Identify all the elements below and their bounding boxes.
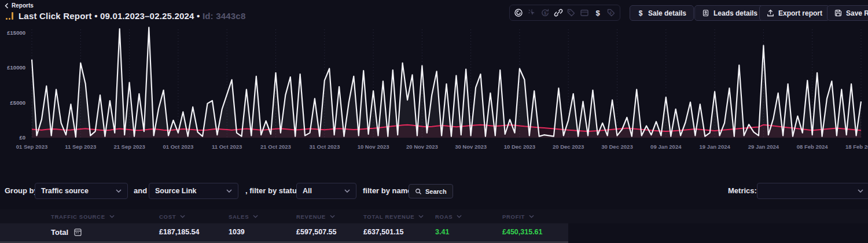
tag-icon[interactable] (565, 7, 577, 19)
svg-text:09 Jan 2024: 09 Jan 2024 (650, 143, 682, 150)
button-label: Export report (778, 9, 822, 17)
export-icon (767, 9, 774, 17)
link-icon[interactable] (553, 7, 564, 19)
svg-text:£5000: £5000 (10, 100, 25, 106)
table-row-total: Total £187,185.54 1039 £597,507.55 £637,… (0, 223, 568, 241)
chevron-down-icon (344, 189, 350, 193)
svg-text:10 Dec 2023: 10 Dec 2023 (504, 143, 535, 150)
sort-icon (457, 215, 462, 218)
svg-text:$: $ (595, 9, 600, 17)
sort-icon (529, 215, 534, 218)
metrics-select[interactable] (757, 183, 868, 199)
sort-icon (180, 215, 185, 218)
svg-text:£15000: £15000 (7, 30, 25, 36)
svg-text:20 Nov 2023: 20 Nov 2023 (406, 143, 438, 150)
search-label: Search (425, 188, 447, 195)
svg-text:11 Oct 2023: 11 Oct 2023 (212, 143, 242, 150)
click-icon[interactable] (526, 7, 538, 19)
svg-text:01 Sep 2023: 01 Sep 2023 (16, 143, 47, 150)
total-roas: 3.41 (435, 223, 449, 241)
svg-text:10 Nov 2023: 10 Nov 2023 (358, 143, 389, 150)
export-report-button[interactable]: Export report (759, 5, 830, 21)
svg-text:31 Oct 2023: 31 Oct 2023 (309, 143, 340, 150)
filter-bar: Group by Traffic source and Source Link … (0, 183, 868, 199)
sale-details-button[interactable]: $ Sale details (630, 5, 694, 21)
svg-text:01 Oct 2023: 01 Oct 2023 (163, 143, 193, 150)
svg-text:$: $ (609, 11, 612, 14)
wallet-icon[interactable] (579, 7, 590, 19)
column-header-traffic-source[interactable]: TRAFFIC SOURCE (51, 209, 115, 223)
column-header-profit[interactable]: PROFIT (502, 209, 534, 223)
svg-text:£0: £0 (19, 134, 25, 141)
select-value: All (303, 187, 312, 195)
total-revenue: £597,507.55 (296, 223, 337, 241)
total-profit: £450,315.61 (502, 223, 543, 241)
table-header: TRAFFIC SOURCE COST SALES REVENUE TOTAL … (0, 209, 868, 223)
button-label: Sale details (648, 9, 686, 17)
breadcrumb[interactable]: Reports (5, 2, 34, 9)
eye-icon[interactable] (513, 7, 524, 19)
price-tag-icon[interactable]: $ (605, 7, 617, 19)
total-label: Total (51, 223, 68, 241)
select-value: Traffic source (41, 187, 89, 195)
save-icon (834, 9, 842, 17)
save-report-button[interactable]: Save Report (827, 5, 868, 21)
and-label: and (134, 183, 147, 199)
refund-icon[interactable]: $ (539, 7, 551, 19)
svg-text:29 Jan 2024: 29 Jan 2024 (748, 143, 779, 150)
total-cell: Total (51, 223, 82, 241)
column-header-sales[interactable]: SALES (229, 209, 258, 223)
sort-icon (330, 215, 335, 218)
chevron-down-icon (858, 189, 863, 193)
button-label: Save Report (846, 9, 868, 17)
filter-status-label: , filter by status: (245, 183, 303, 199)
back-chevron-icon (5, 3, 9, 9)
sort-icon (109, 215, 115, 218)
report-date-range: 09.01.2023–02.25.2024 (100, 11, 194, 21)
total-cost: £187,185.54 (159, 223, 200, 241)
metrics-label: Metrics: (728, 183, 757, 199)
column-header-roas[interactable]: ROAS (435, 209, 462, 223)
report-name: Last Click Report (19, 11, 92, 21)
sort-icon (253, 215, 258, 218)
total-total-revenue: £637,501.15 (363, 223, 404, 241)
svg-text:30 Dec 2023: 30 Dec 2023 (601, 143, 632, 150)
chevron-down-icon (116, 189, 122, 193)
leads-icon (702, 9, 709, 17)
breadcrumb-label: Reports (12, 2, 34, 9)
column-header-revenue[interactable]: REVENUE (296, 209, 335, 223)
column-header-cost[interactable]: COST (159, 209, 185, 223)
svg-text:19 Jan 2024: 19 Jan 2024 (699, 143, 730, 150)
group-by-select[interactable]: Traffic source (35, 183, 128, 199)
filter-name-label: filter by name: (363, 183, 414, 199)
svg-text:08 Feb 2024: 08 Feb 2024 (797, 143, 829, 150)
dollar-icon: $ (637, 9, 644, 17)
metric-icon-toolbar: $ $ $ (509, 5, 620, 21)
chevron-down-icon (226, 189, 232, 193)
total-sales: 1039 (229, 223, 245, 241)
report-id: Id: 3443c8 (203, 11, 246, 21)
traffic-chart: £0£5000£10000£1500001 Sep 202311 Sep 202… (0, 26, 868, 153)
select-value: Source Link (155, 187, 197, 195)
dollar-icon[interactable]: $ (592, 7, 604, 19)
sort-icon (418, 215, 424, 218)
title-row: Last Click Report • 09.01.2023–02.25.202… (6, 11, 245, 21)
svg-text:21 Oct 2023: 21 Oct 2023 (260, 143, 291, 150)
page-title: Last Click Report • 09.01.2023–02.25.202… (19, 11, 245, 21)
leads-details-button[interactable]: Leads details (694, 5, 765, 21)
group-by-2-select[interactable]: Source Link (149, 183, 238, 199)
status-select[interactable]: All (296, 183, 356, 199)
calculator-icon[interactable] (73, 228, 82, 237)
button-label: Leads details (713, 9, 757, 17)
column-header-total-revenue[interactable]: TOTAL REVENUE (363, 209, 424, 223)
svg-text:21 Sep 2023: 21 Sep 2023 (113, 143, 145, 150)
app-window: Reports Last Click Report • 09.01.2023–0… (0, 0, 868, 243)
search-button[interactable]: Search (409, 184, 453, 198)
svg-text:18 Feb 2024: 18 Feb 2024 (845, 143, 868, 150)
group-by-label: Group by (5, 183, 38, 199)
svg-text:11 Sep 2023: 11 Sep 2023 (65, 143, 96, 150)
svg-text:£10000: £10000 (7, 64, 25, 71)
report-type-icon (6, 12, 13, 20)
svg-text:20 Dec 2023: 20 Dec 2023 (553, 143, 584, 150)
svg-text:$: $ (639, 9, 643, 17)
